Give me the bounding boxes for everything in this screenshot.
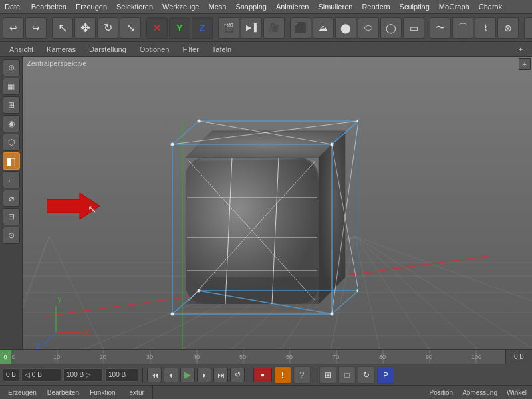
cube-mode-btn[interactable]: ◉ bbox=[3, 115, 20, 132]
film2-btn[interactable]: ▶▐ bbox=[241, 17, 262, 39]
info-btn[interactable]: ! bbox=[274, 366, 291, 384]
svg-text:70: 70 bbox=[332, 354, 339, 360]
redo-button[interactable]: ↪ bbox=[25, 17, 47, 39]
layout-btn[interactable]: ⊞ bbox=[319, 366, 336, 384]
svg-point-52 bbox=[170, 313, 174, 316]
bottom-position: Position bbox=[430, 389, 454, 396]
svg-line-34 bbox=[332, 291, 358, 314]
move-button[interactable]: ✥ bbox=[74, 17, 96, 39]
menu-datei[interactable]: Datei bbox=[0, 1, 27, 12]
timeline-start: 0 bbox=[0, 350, 11, 364]
view-filter[interactable]: Filter bbox=[177, 44, 203, 55]
rotate-button[interactable]: ↻ bbox=[97, 17, 118, 39]
grid-small-btn[interactable]: ⊟ bbox=[3, 208, 20, 225]
svg-text:20: 20 bbox=[100, 354, 106, 360]
menu-erzeugen[interactable]: Erzeugen bbox=[71, 1, 112, 12]
viewport-corner-btn[interactable]: + bbox=[519, 58, 531, 70]
menu-snapping[interactable]: Snapping bbox=[231, 1, 271, 12]
svg-text:X: X bbox=[84, 329, 89, 336]
menu-werkzeuge[interactable]: Werkzeuge bbox=[158, 1, 203, 12]
timeline-track[interactable]: 0 10 20 30 40 50 60 70 80 90 100 bbox=[11, 350, 505, 364]
transport-field2[interactable]: ◁ 0 B bbox=[21, 368, 61, 382]
next-frame-btn[interactable]: ⏵ bbox=[197, 368, 211, 382]
view-corner-btn[interactable]: + bbox=[513, 44, 528, 55]
z-constraint[interactable]: Z bbox=[192, 17, 213, 39]
checkerboard-btn[interactable]: ▦ bbox=[3, 78, 20, 95]
deform-btn[interactable]: ⌇ bbox=[475, 17, 496, 39]
extra-btn[interactable]: ... bbox=[524, 17, 532, 39]
box-btn[interactable]: □ bbox=[338, 366, 356, 384]
select-button[interactable]: ↖ bbox=[52, 17, 73, 39]
grid-btn[interactable]: ⊞ bbox=[3, 96, 20, 114]
rewind-start-btn[interactable]: ⏮ bbox=[147, 368, 162, 382]
view-ansicht[interactable]: Ansicht bbox=[4, 44, 39, 55]
sphere-mode-btn[interactable]: ⬡ bbox=[3, 134, 20, 151]
menu-charak[interactable]: Charak bbox=[474, 1, 507, 12]
bottom-bearbeiten[interactable]: Bearbeiten bbox=[45, 388, 82, 397]
fwd-end-btn[interactable]: ⏭ bbox=[213, 368, 228, 382]
svg-point-54 bbox=[197, 120, 200, 123]
navigate-btn[interactable]: ⊕ bbox=[3, 59, 20, 76]
view-optionen[interactable]: Optionen bbox=[134, 44, 175, 55]
menu-sculpting[interactable]: Sculpting bbox=[395, 1, 434, 12]
bend-tool-btn[interactable]: ⌐ bbox=[3, 171, 20, 188]
svg-point-53 bbox=[330, 313, 333, 316]
record-btn[interactable]: ● bbox=[253, 368, 272, 382]
transport-field4[interactable]: 100 B bbox=[105, 368, 138, 382]
cone-obj[interactable]: ⛰ bbox=[313, 17, 334, 39]
prev-frame-btn[interactable]: ⏴ bbox=[164, 368, 178, 382]
transport-field1[interactable]: 0 B bbox=[3, 368, 19, 382]
cam-btn[interactable]: 🎥 bbox=[263, 17, 285, 39]
transport-field3[interactable]: 100 B ▷ bbox=[63, 368, 103, 382]
view-kameras[interactable]: Kameras bbox=[41, 44, 81, 55]
timeline: 0 0 10 20 30 40 bbox=[0, 349, 532, 364]
transport-sep3 bbox=[315, 368, 315, 382]
scale-button[interactable]: ⤡ bbox=[120, 17, 141, 39]
svg-text:40: 40 bbox=[193, 354, 200, 360]
main-area: ⊕ ▦ ⊞ ◉ ⬡ ◧ ⌐ ⌀ ⊟ ⊙ bbox=[0, 57, 532, 349]
play-btn[interactable]: ▶ bbox=[180, 368, 195, 382]
cycle-btn[interactable]: ↻ bbox=[358, 366, 375, 384]
bottom-erzeugen[interactable]: Erzeugen bbox=[5, 388, 39, 397]
menu-animieren[interactable]: Animieren bbox=[271, 1, 314, 12]
menu-simulieren[interactable]: Simulieren bbox=[313, 1, 357, 12]
cube-obj[interactable]: ⬛ bbox=[290, 17, 311, 39]
view-tafeln[interactable]: Tafeln bbox=[207, 44, 237, 55]
bottom-winkel: Winkel bbox=[507, 389, 527, 396]
field-btn[interactable]: ⊛ bbox=[497, 17, 519, 39]
magnet-btn[interactable]: ⌀ bbox=[3, 190, 20, 207]
cyl-obj[interactable]: ⬭ bbox=[358, 17, 379, 39]
undo-button[interactable]: ↩ bbox=[3, 17, 24, 39]
svg-point-57 bbox=[197, 289, 200, 293]
sphere-obj[interactable]: ⬤ bbox=[335, 17, 356, 39]
view-darstellung[interactable]: Darstellung bbox=[84, 44, 132, 55]
orange-cube-btn[interactable]: ◧ bbox=[3, 152, 20, 170]
svg-text:80: 80 bbox=[379, 354, 386, 360]
nurbs-btn[interactable]: ⌒ bbox=[452, 17, 473, 39]
viewbar: Ansicht Kameras Darstellung Optionen Fil… bbox=[0, 42, 532, 57]
svg-text:90: 90 bbox=[426, 354, 432, 360]
viewport[interactable]: X Y Z Zentralperspektive bbox=[23, 57, 532, 349]
svg-text:100: 100 bbox=[471, 354, 481, 360]
svg-text:Z: Z bbox=[36, 343, 40, 349]
bottom-textur[interactable]: Textur bbox=[124, 388, 147, 397]
menu-mograph[interactable]: MoGraph bbox=[434, 1, 474, 12]
svg-line-30 bbox=[172, 121, 199, 144]
bottom-right-section: Position Abmessung Winkel bbox=[153, 386, 532, 399]
help-btn[interactable]: ? bbox=[293, 366, 311, 384]
plane-obj[interactable]: ▭ bbox=[403, 17, 424, 39]
x-constraint[interactable]: ✕ bbox=[146, 17, 168, 39]
menu-rendern[interactable]: Rendern bbox=[357, 1, 394, 12]
y-constraint[interactable]: Y bbox=[169, 17, 190, 39]
spline-btn[interactable]: 〜 bbox=[430, 17, 451, 39]
lock-btn[interactable]: ⊙ bbox=[3, 227, 20, 244]
film-btn[interactable]: 🎬 bbox=[218, 17, 239, 39]
bottom-funktion[interactable]: Funktion bbox=[87, 388, 118, 397]
menu-mesh[interactable]: Mesh bbox=[203, 1, 231, 12]
menu-bearbeiten[interactable]: Bearbeiten bbox=[27, 1, 71, 12]
menu-selektieren[interactable]: Selektieren bbox=[112, 1, 158, 12]
r-btn[interactable]: P bbox=[377, 366, 394, 384]
loop-btn[interactable]: ↺ bbox=[230, 368, 245, 382]
left-sidebar: ⊕ ▦ ⊞ ◉ ⬡ ◧ ⌐ ⌀ ⊟ ⊙ bbox=[0, 57, 23, 349]
torus-obj[interactable]: ◯ bbox=[380, 17, 402, 39]
